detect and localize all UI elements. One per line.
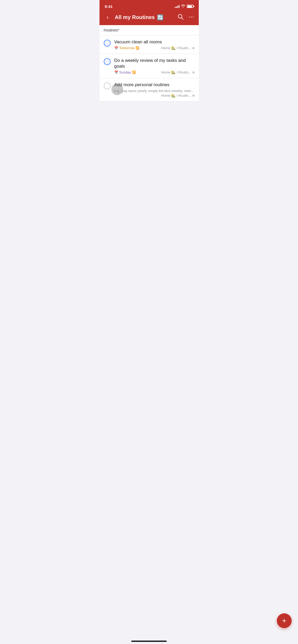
- dot-2: [192, 71, 195, 73]
- repeat-icon-2: 🔁: [132, 71, 136, 74]
- status-icons: [175, 4, 193, 8]
- task-checkbox-1[interactable]: [104, 40, 111, 47]
- task-content-1: Vacuum clean all rooms 📅 Tomorrow 🔁 Home…: [114, 39, 195, 50]
- breadcrumb-text: /routines*: [104, 28, 119, 32]
- task-title-2: Do a weekly review of my tasks and goals: [114, 58, 195, 69]
- task-item-1[interactable]: Vacuum clean all rooms 📅 Tomorrow 🔁 Home…: [100, 35, 199, 54]
- page-title: All my Routines 🔄: [115, 14, 175, 21]
- status-bar: 9:41: [100, 0, 199, 12]
- task-meta-2: 📅 Sunday 🔁 Home 🏡 / Routin...: [114, 70, 195, 74]
- status-time: 9:41: [105, 4, 113, 9]
- task-meta-3: Home 🏡 / Routin...: [114, 94, 195, 98]
- calendar-icon-2: 📅: [114, 71, 118, 74]
- svg-line-1: [182, 18, 183, 19]
- breadcrumb: /routines*: [100, 25, 199, 35]
- nav-bar: ‹ All my Routines 🔄 ···: [100, 12, 199, 25]
- task-title-1: Vacuum clean all rooms: [114, 39, 195, 45]
- search-button[interactable]: [178, 14, 183, 21]
- back-button[interactable]: ‹: [104, 14, 112, 21]
- dot-1: [192, 47, 195, 49]
- task-project-2: Home 🏡 / Routin...: [161, 70, 195, 74]
- calendar-icon-1: 📅: [114, 46, 118, 50]
- task-item-2[interactable]: Do a weekly review of my tasks and goals…: [100, 54, 199, 78]
- title-emoji: 🔄: [157, 14, 164, 21]
- task-date-label-2: Sunday: [119, 70, 131, 74]
- signal-icon: [175, 5, 179, 8]
- task-project-1: Home 🏡 / Routin...: [161, 46, 195, 50]
- task-content-2: Do a weekly review of my tasks and goals…: [114, 58, 195, 74]
- task-checkbox-2[interactable]: [104, 58, 111, 65]
- task-date-label-1: Tomorrow: [119, 46, 134, 50]
- wifi-icon: [181, 4, 185, 8]
- task-checkbox-3[interactable]: [104, 82, 111, 89]
- task-meta-1: 📅 Tomorrow 🔁 Home 🏡 / Routin...: [114, 46, 195, 50]
- task-date-2: 📅 Sunday 🔁: [114, 70, 136, 74]
- nav-actions: ···: [178, 14, 194, 21]
- more-button[interactable]: ···: [189, 15, 194, 20]
- repeat-icon-1: 🔁: [136, 46, 139, 50]
- task-subtitle-3: e.g.: pay taxes yearly, empty the bins w…: [114, 89, 195, 93]
- dot-3: [192, 95, 195, 97]
- task-date-1: 📅 Tomorrow 🔁: [114, 46, 139, 50]
- task-content-3: Add more personal routines e.g.: pay tax…: [114, 82, 195, 98]
- task-list: Vacuum clean all rooms 📅 Tomorrow 🔁 Home…: [100, 35, 199, 102]
- battery-icon: [187, 5, 193, 8]
- task-project-3: Home 🏡 / Routin...: [161, 94, 195, 98]
- task-title-3: Add more personal routines: [114, 82, 195, 88]
- task-item-3[interactable]: Add more personal routines e.g.: pay tax…: [100, 78, 199, 102]
